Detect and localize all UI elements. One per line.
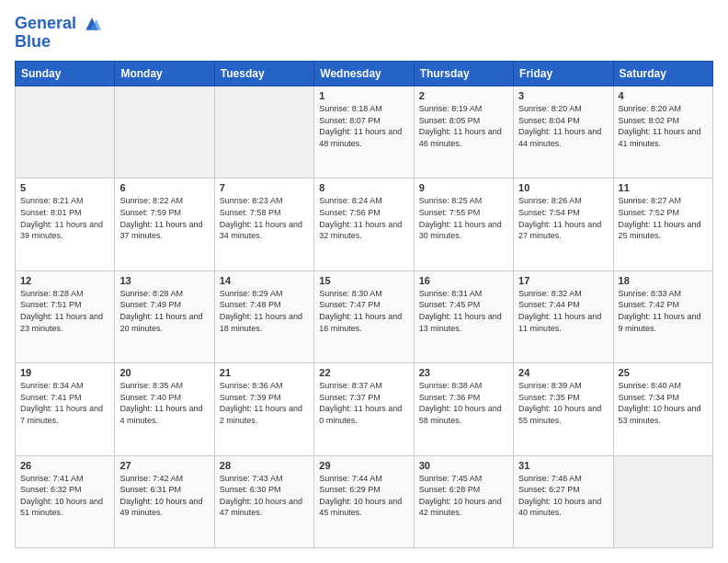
cell-info: Sunrise: 7:44 AMSunset: 6:29 PMDaylight:…	[319, 473, 408, 519]
day-number: 28	[220, 460, 309, 471]
calendar-week-1: 1Sunrise: 8:18 AMSunset: 8:07 PMDaylight…	[16, 86, 713, 178]
cell-info: Sunrise: 8:39 AMSunset: 7:35 PMDaylight:…	[518, 380, 608, 426]
calendar-cell: 25Sunrise: 8:40 AMSunset: 7:34 PMDayligh…	[613, 363, 712, 455]
cell-info: Sunrise: 8:28 AMSunset: 7:51 PMDaylight:…	[20, 288, 109, 334]
calendar-cell: 23Sunrise: 8:38 AMSunset: 7:36 PMDayligh…	[414, 363, 513, 455]
calendar-cell	[214, 86, 313, 178]
day-number: 23	[419, 367, 508, 378]
calendar-cell: 13Sunrise: 8:28 AMSunset: 7:49 PMDayligh…	[115, 270, 214, 362]
cell-info: Sunrise: 8:21 AMSunset: 8:01 PMDaylight:…	[20, 195, 109, 241]
logo-icon	[83, 15, 101, 33]
calendar-cell: 21Sunrise: 8:36 AMSunset: 7:39 PMDayligh…	[214, 363, 313, 455]
calendar-week-2: 5Sunrise: 8:21 AMSunset: 8:01 PMDaylight…	[16, 178, 713, 270]
header-tuesday: Tuesday	[214, 62, 313, 86]
cell-info: Sunrise: 8:32 AMSunset: 7:44 PMDaylight:…	[518, 288, 608, 334]
cell-info: Sunrise: 8:19 AMSunset: 8:05 PMDaylight:…	[419, 103, 508, 149]
cell-info: Sunrise: 8:28 AMSunset: 7:49 PMDaylight:…	[119, 288, 209, 334]
header-monday: Monday	[115, 62, 214, 86]
calendar-cell	[613, 455, 712, 547]
cell-info: Sunrise: 8:35 AMSunset: 7:40 PMDaylight:…	[119, 380, 209, 426]
cell-info: Sunrise: 8:34 AMSunset: 7:41 PMDaylight:…	[20, 380, 109, 426]
calendar-cell: 7Sunrise: 8:23 AMSunset: 7:58 PMDaylight…	[214, 178, 313, 270]
calendar-cell: 19Sunrise: 8:34 AMSunset: 7:41 PMDayligh…	[16, 363, 115, 455]
calendar-cell: 11Sunrise: 8:27 AMSunset: 7:52 PMDayligh…	[613, 178, 712, 270]
day-number: 3	[518, 90, 608, 101]
cell-info: Sunrise: 7:45 AMSunset: 6:28 PMDaylight:…	[419, 473, 508, 519]
day-number: 21	[220, 367, 309, 378]
calendar-cell: 2Sunrise: 8:19 AMSunset: 8:05 PMDaylight…	[414, 86, 513, 178]
calendar-cell: 4Sunrise: 8:20 AMSunset: 8:02 PMDaylight…	[613, 86, 712, 178]
calendar-cell: 16Sunrise: 8:31 AMSunset: 7:45 PMDayligh…	[414, 270, 513, 362]
day-number: 27	[119, 460, 209, 471]
calendar-cell	[16, 86, 115, 178]
day-number: 22	[319, 367, 408, 378]
calendar-header-row: SundayMondayTuesdayWednesdayThursdayFrid…	[16, 62, 713, 86]
day-number: 1	[319, 90, 408, 101]
logo: General Blue	[15, 15, 101, 52]
cell-info: Sunrise: 8:31 AMSunset: 7:45 PMDaylight:…	[419, 288, 508, 334]
cell-info: Sunrise: 7:43 AMSunset: 6:30 PMDaylight:…	[220, 473, 309, 519]
calendar-cell: 18Sunrise: 8:33 AMSunset: 7:42 PMDayligh…	[613, 270, 712, 362]
day-number: 14	[220, 275, 309, 286]
day-number: 29	[319, 460, 408, 471]
day-number: 25	[619, 367, 708, 378]
day-number: 31	[518, 460, 608, 471]
calendar-cell: 22Sunrise: 8:37 AMSunset: 7:37 PMDayligh…	[314, 363, 414, 455]
day-number: 8	[319, 182, 408, 193]
calendar-cell: 8Sunrise: 8:24 AMSunset: 7:56 PMDaylight…	[314, 178, 414, 270]
cell-info: Sunrise: 8:30 AMSunset: 7:47 PMDaylight:…	[319, 288, 408, 334]
calendar-cell: 26Sunrise: 7:41 AMSunset: 6:32 PMDayligh…	[16, 455, 115, 547]
logo-general: General	[15, 14, 76, 32]
cell-info: Sunrise: 8:36 AMSunset: 7:39 PMDaylight:…	[220, 380, 309, 426]
calendar-cell: 15Sunrise: 8:30 AMSunset: 7:47 PMDayligh…	[314, 270, 414, 362]
day-number: 13	[119, 275, 209, 286]
calendar-cell: 20Sunrise: 8:35 AMSunset: 7:40 PMDayligh…	[115, 363, 214, 455]
day-number: 7	[220, 182, 309, 193]
cell-info: Sunrise: 7:42 AMSunset: 6:31 PMDaylight:…	[119, 473, 209, 519]
calendar-cell: 27Sunrise: 7:42 AMSunset: 6:31 PMDayligh…	[115, 455, 214, 547]
cell-info: Sunrise: 8:25 AMSunset: 7:55 PMDaylight:…	[419, 195, 508, 241]
cell-info: Sunrise: 7:46 AMSunset: 6:27 PMDaylight:…	[518, 473, 608, 519]
day-number: 20	[119, 367, 209, 378]
day-number: 30	[419, 460, 508, 471]
page-header: General Blue	[15, 15, 713, 52]
day-number: 15	[319, 275, 408, 286]
cell-info: Sunrise: 8:27 AMSunset: 7:52 PMDaylight:…	[619, 195, 708, 241]
header-saturday: Saturday	[613, 62, 712, 86]
calendar-cell: 24Sunrise: 8:39 AMSunset: 7:35 PMDayligh…	[514, 363, 613, 455]
cell-info: Sunrise: 8:20 AMSunset: 8:02 PMDaylight:…	[619, 103, 708, 149]
day-number: 12	[20, 275, 109, 286]
calendar-cell: 1Sunrise: 8:18 AMSunset: 8:07 PMDaylight…	[314, 86, 414, 178]
day-number: 24	[518, 367, 608, 378]
cell-info: Sunrise: 8:24 AMSunset: 7:56 PMDaylight:…	[319, 195, 408, 241]
day-number: 4	[619, 90, 708, 101]
day-number: 10	[518, 182, 608, 193]
header-friday: Friday	[514, 62, 613, 86]
calendar-cell: 29Sunrise: 7:44 AMSunset: 6:29 PMDayligh…	[314, 455, 414, 547]
calendar-cell	[115, 86, 214, 178]
logo-blue: Blue	[15, 33, 101, 52]
cell-info: Sunrise: 7:41 AMSunset: 6:32 PMDaylight:…	[20, 473, 109, 519]
calendar-week-3: 12Sunrise: 8:28 AMSunset: 7:51 PMDayligh…	[16, 270, 713, 362]
day-number: 16	[419, 275, 508, 286]
cell-info: Sunrise: 8:33 AMSunset: 7:42 PMDaylight:…	[619, 288, 708, 334]
day-number: 5	[20, 182, 109, 193]
calendar-cell: 6Sunrise: 8:22 AMSunset: 7:59 PMDaylight…	[115, 178, 214, 270]
cell-info: Sunrise: 8:20 AMSunset: 8:04 PMDaylight:…	[518, 103, 608, 149]
cell-info: Sunrise: 8:23 AMSunset: 7:58 PMDaylight:…	[220, 195, 309, 241]
day-number: 9	[419, 182, 508, 193]
header-wednesday: Wednesday	[314, 62, 414, 86]
cell-info: Sunrise: 8:37 AMSunset: 7:37 PMDaylight:…	[319, 380, 408, 426]
day-number: 19	[20, 367, 109, 378]
cell-info: Sunrise: 8:29 AMSunset: 7:48 PMDaylight:…	[220, 288, 309, 334]
calendar-week-4: 19Sunrise: 8:34 AMSunset: 7:41 PMDayligh…	[16, 363, 713, 455]
day-number: 2	[419, 90, 508, 101]
calendar-cell: 3Sunrise: 8:20 AMSunset: 8:04 PMDaylight…	[514, 86, 613, 178]
cell-info: Sunrise: 8:40 AMSunset: 7:34 PMDaylight:…	[619, 380, 708, 426]
calendar-cell: 9Sunrise: 8:25 AMSunset: 7:55 PMDaylight…	[414, 178, 513, 270]
calendar-cell: 17Sunrise: 8:32 AMSunset: 7:44 PMDayligh…	[514, 270, 613, 362]
day-number: 26	[20, 460, 109, 471]
header-thursday: Thursday	[414, 62, 513, 86]
cell-info: Sunrise: 8:38 AMSunset: 7:36 PMDaylight:…	[419, 380, 508, 426]
day-number: 17	[518, 275, 608, 286]
